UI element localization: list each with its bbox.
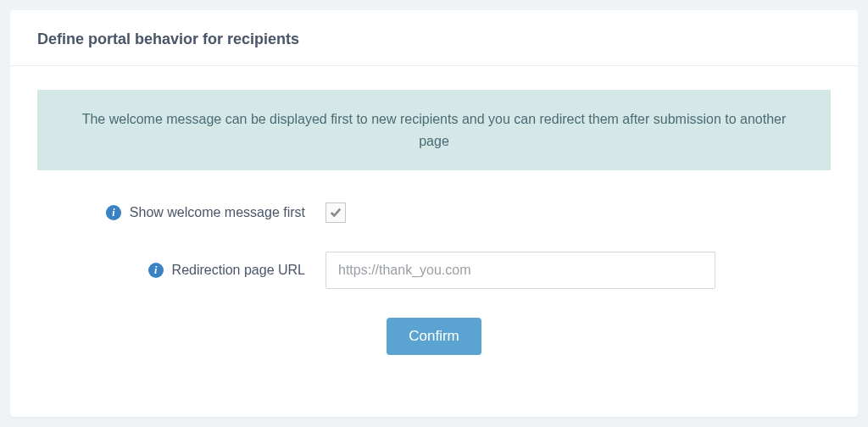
info-banner: The welcome message can be displayed fir… <box>37 90 831 170</box>
show-welcome-label-group: i Show welcome message first <box>37 205 326 220</box>
confirm-button[interactable]: Confirm <box>387 318 481 355</box>
check-icon <box>330 207 342 219</box>
redirect-row: i Redirection page URL <box>37 252 831 289</box>
redirect-label: Redirection page URL <box>172 263 305 278</box>
show-welcome-row: i Show welcome message first <box>37 202 831 223</box>
redirect-url-input[interactable] <box>326 252 715 289</box>
show-welcome-control <box>326 202 831 223</box>
confirm-row: Confirm <box>37 318 831 355</box>
card-header: Define portal behavior for recipients <box>10 10 858 66</box>
card-body: The welcome message can be displayed fir… <box>10 66 858 372</box>
info-icon[interactable]: i <box>148 263 164 278</box>
redirect-label-group: i Redirection page URL <box>37 263 326 278</box>
card-title: Define portal behavior for recipients <box>37 30 831 48</box>
show-welcome-checkbox[interactable] <box>326 202 346 223</box>
info-icon[interactable]: i <box>106 205 121 220</box>
show-welcome-label: Show welcome message first <box>130 205 305 220</box>
redirect-control <box>326 252 831 289</box>
portal-behavior-card: Define portal behavior for recipients Th… <box>10 10 858 417</box>
